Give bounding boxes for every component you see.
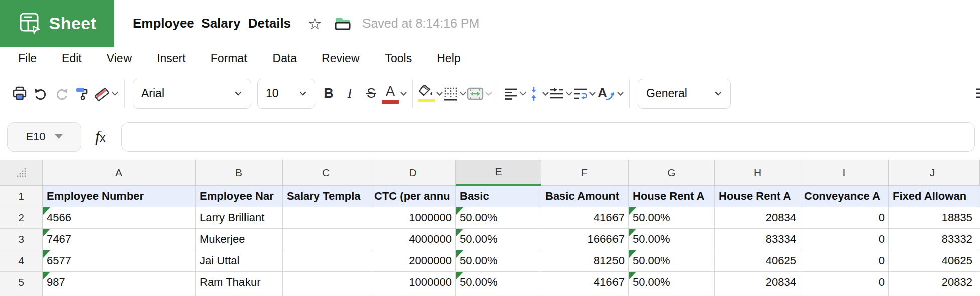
- cell-J6-clipped[interactable]: [889, 293, 976, 296]
- cell-E1[interactable]: Basic: [456, 186, 541, 207]
- menu-review[interactable]: Review: [322, 52, 359, 65]
- document-title[interactable]: Employee_Salary_Details: [133, 16, 291, 31]
- chevron-down-icon[interactable]: [400, 91, 407, 96]
- borders-button[interactable]: [443, 80, 467, 108]
- redo-button[interactable]: [51, 80, 72, 108]
- column-header-F[interactable]: F: [541, 160, 629, 186]
- cell-I3[interactable]: 0: [800, 229, 889, 250]
- row-header-2[interactable]: 2: [0, 207, 43, 229]
- font-size-select[interactable]: 10: [257, 79, 315, 109]
- cell-E2[interactable]: 50.00%: [456, 207, 541, 229]
- column-header-E-selected[interactable]: E: [456, 160, 541, 186]
- cell-F6-clipped[interactable]: [541, 293, 629, 296]
- chevron-down-icon[interactable]: [459, 91, 467, 96]
- cell-G2[interactable]: 50.00%: [629, 207, 715, 229]
- cell-E6-clipped[interactable]: [456, 293, 541, 296]
- cell-C2[interactable]: [283, 207, 370, 229]
- cell-D2[interactable]: 1000000: [370, 207, 456, 229]
- cell-G5[interactable]: 50.00%: [629, 272, 715, 293]
- row-header-5[interactable]: 5: [0, 272, 43, 293]
- font-family-select[interactable]: Arial: [133, 79, 251, 109]
- cell-D3[interactable]: 4000000: [370, 229, 456, 250]
- cell-B3[interactable]: Mukerjee: [196, 229, 283, 250]
- wrap-text-button[interactable]: [573, 80, 596, 108]
- cell-E4[interactable]: 50.00%: [456, 250, 541, 272]
- menu-insert[interactable]: Insert: [157, 52, 186, 65]
- cell-I6-clipped[interactable]: [800, 293, 889, 296]
- cell-I1[interactable]: Conveyance A: [800, 186, 889, 207]
- menu-view[interactable]: View: [107, 52, 132, 65]
- cell-G4[interactable]: 50.00%: [629, 250, 715, 272]
- cell-C4[interactable]: [283, 250, 370, 272]
- cell-B1[interactable]: Employee Nar: [196, 186, 283, 207]
- fill-color-button[interactable]: [418, 80, 443, 108]
- cell-F3[interactable]: 166667: [541, 229, 629, 250]
- cell-J1[interactable]: Fixed Allowan: [889, 186, 976, 207]
- cell-G6-clipped[interactable]: [629, 293, 715, 296]
- favorite-star-icon[interactable]: ☆: [308, 16, 322, 32]
- cell-H2[interactable]: 20834: [715, 207, 800, 229]
- folder-icon[interactable]: [333, 15, 352, 32]
- cell-A6-clipped[interactable]: [43, 293, 196, 296]
- row-header-4[interactable]: 4: [0, 250, 43, 272]
- cell-H4[interactable]: 40625: [715, 250, 800, 272]
- vertical-align-button[interactable]: [527, 80, 549, 108]
- cell-H5[interactable]: 20834: [715, 272, 800, 293]
- menu-data[interactable]: Data: [273, 52, 297, 65]
- print-button[interactable]: [9, 80, 30, 108]
- cell-H3[interactable]: 83334: [715, 229, 800, 250]
- cell-I5[interactable]: 0: [800, 272, 889, 293]
- chevron-down-icon[interactable]: [542, 91, 549, 96]
- cell-F2[interactable]: 41667: [541, 207, 629, 229]
- menu-tools[interactable]: Tools: [385, 52, 412, 65]
- cell-F5[interactable]: 41667: [541, 272, 629, 293]
- cell-A4[interactable]: 6577: [43, 250, 196, 272]
- menu-edit[interactable]: Edit: [62, 52, 82, 65]
- row-header-3[interactable]: 3: [0, 229, 43, 250]
- cell-C6-clipped[interactable]: [283, 293, 370, 296]
- number-format-select[interactable]: General: [638, 79, 731, 109]
- column-header-C[interactable]: C: [283, 160, 370, 186]
- eraser-button[interactable]: [93, 80, 119, 108]
- name-box[interactable]: E10: [7, 122, 81, 152]
- cell-C3[interactable]: [283, 229, 370, 250]
- chevron-down-icon[interactable]: [436, 91, 443, 96]
- cell-I4[interactable]: 0: [800, 250, 889, 272]
- cell-A2[interactable]: 4566: [43, 207, 196, 229]
- indent-button[interactable]: [549, 80, 573, 108]
- cell-A1[interactable]: Employee Number: [43, 186, 196, 207]
- cell-B6-clipped[interactable]: [196, 293, 283, 296]
- formula-input[interactable]: [121, 122, 975, 152]
- chevron-down-icon[interactable]: [617, 91, 624, 96]
- menu-file[interactable]: File: [18, 52, 37, 65]
- bold-button[interactable]: B: [318, 80, 339, 108]
- undo-button[interactable]: [30, 80, 51, 108]
- name-box-dropdown-icon[interactable]: [55, 134, 63, 139]
- cell-B5[interactable]: Ram Thakur: [196, 272, 283, 293]
- column-header-J[interactable]: J: [889, 160, 976, 186]
- cell-F1[interactable]: Basic Amount: [541, 186, 629, 207]
- menu-format[interactable]: Format: [211, 52, 248, 65]
- chevron-down-icon[interactable]: [485, 91, 493, 96]
- app-logo[interactable]: Sheet: [0, 0, 114, 47]
- merge-cells-button[interactable]: [467, 80, 493, 108]
- italic-button[interactable]: I: [339, 80, 360, 108]
- column-header-B[interactable]: B: [196, 160, 283, 186]
- text-rotate-button[interactable]: A: [596, 80, 624, 108]
- cell-J4[interactable]: 40625: [889, 250, 976, 272]
- cell-B4[interactable]: Jai Uttal: [196, 250, 283, 272]
- cell-I2[interactable]: 0: [800, 207, 889, 229]
- chevron-down-icon[interactable]: [111, 91, 119, 96]
- cell-G3[interactable]: 50.00%: [629, 229, 715, 250]
- cell-F4[interactable]: 81250: [541, 250, 629, 272]
- chevron-down-icon[interactable]: [565, 91, 573, 96]
- cell-J3[interactable]: 83332: [889, 229, 976, 250]
- cell-C1[interactable]: Salary Templa: [283, 186, 370, 207]
- row-header-6-clipped[interactable]: [0, 293, 43, 296]
- font-color-button[interactable]: A: [382, 80, 407, 108]
- cell-H6-clipped[interactable]: [715, 293, 800, 296]
- cell-G1[interactable]: House Rent A: [629, 186, 715, 207]
- strikethrough-button[interactable]: S: [360, 80, 382, 108]
- horizontal-align-button[interactable]: [503, 80, 527, 108]
- cell-D1[interactable]: CTC (per annu: [370, 186, 456, 207]
